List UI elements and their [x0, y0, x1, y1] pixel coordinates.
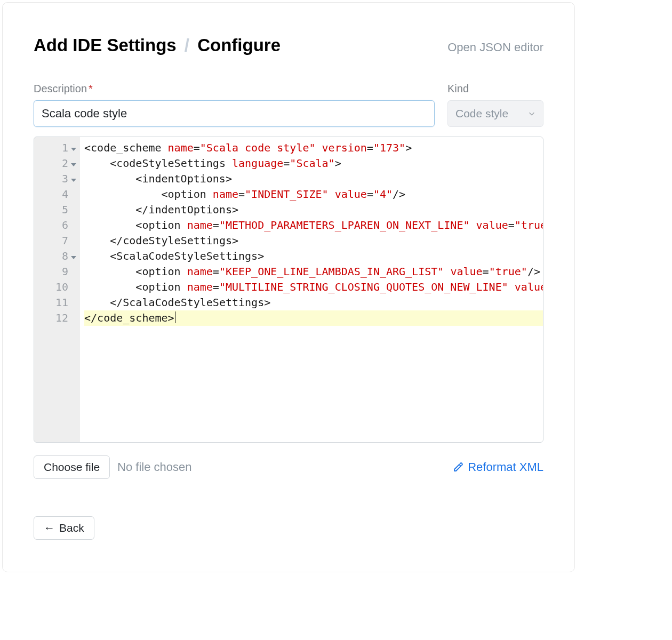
description-label: Description*	[34, 83, 435, 95]
gutter-line: 11	[34, 295, 77, 310]
required-asterisk: *	[89, 83, 93, 94]
arrow-left-icon: ←	[44, 522, 55, 534]
code-line: <ScalaCodeStyleSettings>	[84, 249, 543, 264]
form-row: Description* Kind Code style	[34, 83, 543, 127]
settings-card: Add IDE Settings / Configure Open JSON e…	[2, 2, 575, 572]
gutter-line: 9	[34, 264, 77, 279]
footer: ← Back	[34, 516, 543, 540]
gutter-line: 2	[34, 156, 77, 171]
file-row: Choose file No file chosen Reformat XML	[34, 455, 543, 479]
title-add-ide: Add IDE Settings	[34, 35, 177, 55]
kind-label: Kind	[447, 83, 543, 95]
gutter-line: 5	[34, 202, 77, 218]
back-button-label: Back	[59, 522, 84, 534]
gutter-line: 3	[34, 171, 77, 187]
reformat-xml-label: Reformat XML	[468, 460, 543, 474]
pencil-icon	[453, 462, 463, 473]
reformat-xml-link[interactable]: Reformat XML	[453, 460, 543, 474]
kind-select[interactable]: Code style	[447, 100, 543, 127]
kind-field: Kind Code style	[447, 83, 543, 127]
description-label-text: Description	[34, 83, 87, 94]
code-line: </code_scheme>	[84, 310, 543, 326]
no-file-chosen-text: No file chosen	[117, 460, 191, 474]
open-json-editor-link[interactable]: Open JSON editor	[447, 41, 543, 54]
choose-file-button[interactable]: Choose file	[34, 455, 110, 479]
gutter-line: 6	[34, 218, 77, 233]
header: Add IDE Settings / Configure Open JSON e…	[34, 35, 543, 56]
code-line: <option name="MULTILINE_STRING_CLOSING_Q…	[84, 279, 543, 295]
code-line: <option name="METHOD_PARAMETERS_LPAREN_O…	[84, 218, 543, 233]
code-line: <option name="INDENT_SIZE" value="4"/>	[84, 187, 543, 202]
gutter-line: 12	[34, 310, 77, 326]
description-input[interactable]	[34, 100, 435, 127]
page-title: Add IDE Settings / Configure	[34, 35, 281, 56]
gutter-line: 8	[34, 249, 77, 264]
fold-icon[interactable]	[71, 163, 76, 166]
xml-editor[interactable]: 123456789101112 <code_scheme name="Scala…	[34, 137, 543, 443]
code-line: </indentOptions>	[84, 202, 543, 218]
fold-icon[interactable]	[71, 256, 76, 259]
title-separator: /	[185, 35, 189, 55]
code-line: <option name="KEEP_ONE_LINE_LAMBDAS_IN_A…	[84, 264, 543, 279]
gutter-line: 4	[34, 187, 77, 202]
code-line: <code_scheme name="Scala code style" ver…	[84, 140, 543, 156]
kind-value: Code style	[455, 107, 508, 120]
code-line: <indentOptions>	[84, 171, 543, 187]
editor-code-area[interactable]: <code_scheme name="Scala code style" ver…	[80, 137, 543, 442]
description-field: Description*	[34, 83, 435, 127]
gutter-line: 1	[34, 140, 77, 156]
fold-icon[interactable]	[71, 148, 76, 151]
chevron-down-icon	[528, 110, 535, 117]
back-button[interactable]: ← Back	[34, 516, 94, 540]
fold-icon[interactable]	[71, 179, 76, 182]
file-left: Choose file No file chosen	[34, 455, 191, 479]
title-configure: Configure	[197, 35, 281, 55]
code-line: <codeStyleSettings language="Scala">	[84, 156, 543, 171]
code-line: </codeStyleSettings>	[84, 233, 543, 249]
code-line: </ScalaCodeStyleSettings>	[84, 295, 543, 310]
gutter-line: 7	[34, 233, 77, 249]
gutter-line: 10	[34, 279, 77, 295]
editor-gutter: 123456789101112	[34, 137, 80, 442]
